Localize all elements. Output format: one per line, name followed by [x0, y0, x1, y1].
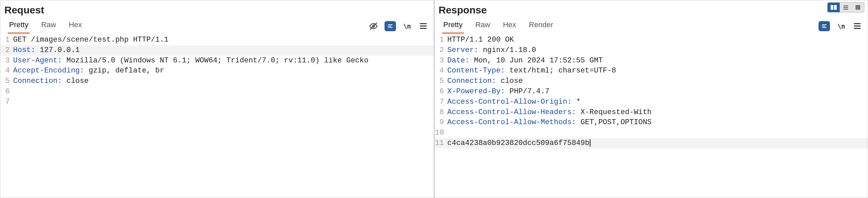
newline-indicator[interactable]: \n — [836, 21, 846, 31]
header-colon: : — [501, 67, 509, 75]
text-caret — [590, 139, 590, 147]
response-tabs: Pretty Raw Hex Render — [438, 18, 555, 34]
response-title: Response — [435, 0, 868, 18]
line-number: 2 — [435, 45, 447, 56]
view-layout-toggle — [827, 2, 864, 12]
header-name: Date — [447, 56, 465, 65]
line-content[interactable]: Accept-Encoding: gzip, deflate, br — [13, 66, 434, 76]
request-toolbar: \n — [368, 21, 430, 31]
header-name: Accept-Encoding — [13, 67, 80, 75]
code-line: 2Server: nginx/1.18.0 — [435, 45, 868, 56]
tab-render[interactable]: Render — [528, 18, 554, 34]
line-number: 3 — [435, 56, 447, 66]
tab-pretty[interactable]: Pretty — [442, 18, 464, 34]
code-line: 2Host: 127.0.0.1 — [0, 45, 434, 56]
response-pane: Response Pretty Raw Hex Render \n 1H — [434, 0, 868, 198]
header-name: Server — [447, 46, 474, 54]
format-icon[interactable] — [384, 21, 396, 31]
visibility-off-icon[interactable] — [368, 21, 378, 31]
header-colon: : — [58, 77, 66, 85]
header-colon: : — [80, 67, 89, 75]
line-number: 1 — [0, 35, 13, 45]
line-number: 3 — [0, 56, 13, 66]
header-name: Host — [13, 46, 31, 54]
header-name: User-Agent — [13, 56, 58, 65]
line-content[interactable]: Access-Control-Allow-Methods: GET,POST,O… — [447, 117, 868, 128]
line-content[interactable]: Server: nginx/1.18.0 — [447, 45, 868, 56]
header-name: Connection — [447, 77, 492, 85]
header-value: close — [501, 77, 523, 85]
request-tabs-row: Pretty Raw Hex \n — [0, 18, 434, 34]
line-content[interactable]: GET /images/scene/test.php HTTP/1.1 — [13, 35, 434, 45]
code-line: 7Access-Control-Allow-Origin: * — [435, 97, 868, 107]
request-pane: Request Pretty Raw Hex — [0, 0, 434, 198]
line-content[interactable]: Access-Control-Allow-Headers: X-Requeste… — [447, 107, 868, 118]
header-colon: : — [465, 56, 474, 65]
header-value: Mon, 10 Jun 2024 17:52:55 GMT — [474, 56, 603, 65]
menu-icon[interactable] — [852, 21, 862, 31]
line-number: 10 — [435, 128, 447, 138]
line-number: 1 — [435, 35, 447, 45]
line-content[interactable]: Host: 127.0.0.1 — [13, 45, 434, 56]
plain-text: c4ca4238a0b923820dcc509a6f75849b — [447, 139, 589, 147]
tab-pretty[interactable]: Pretty — [8, 18, 30, 34]
header-value: PHP/7.4.7 — [509, 87, 549, 96]
response-code-area[interactable]: 1HTTP/1.1 200 OK2Server: nginx/1.18.03Da… — [435, 34, 868, 198]
code-line: 5Connection: close — [435, 76, 868, 87]
line-number: 7 — [435, 97, 447, 107]
line-number: 5 — [0, 76, 13, 87]
line-content[interactable]: Access-Control-Allow-Origin: * — [447, 97, 868, 107]
line-content[interactable]: X-Powered-By: PHP/7.4.7 — [447, 87, 868, 97]
line-number: 4 — [435, 66, 447, 76]
header-name: Access-Control-Allow-Methods — [447, 118, 572, 126]
code-line: 5Connection: close — [0, 76, 434, 87]
view-split-icon[interactable] — [828, 3, 840, 12]
response-toolbar: \n — [818, 21, 864, 31]
line-content[interactable]: HTTP/1.1 200 OK — [447, 35, 868, 45]
header-colon: : — [474, 46, 483, 54]
header-value: text/html; charset=UTF-8 — [509, 67, 616, 75]
tab-raw[interactable]: Raw — [40, 18, 57, 34]
header-colon: : — [571, 108, 580, 116]
view-single-icon[interactable] — [852, 3, 864, 12]
header-colon: : — [31, 46, 40, 54]
line-content[interactable]: Content-Type: text/html; charset=UTF-8 — [447, 66, 868, 76]
header-value: GET,POST,OPTIONS — [581, 118, 652, 126]
header-name: Content-Type — [447, 67, 501, 75]
request-tabs: Pretty Raw Hex — [4, 18, 84, 34]
code-line: 3User-Agent: Mozilla/5.0 (Windows NT 6.1… — [0, 56, 434, 66]
response-tabs-row: Pretty Raw Hex Render \n — [435, 18, 868, 34]
format-icon[interactable] — [818, 21, 830, 31]
code-line: 9Access-Control-Allow-Methods: GET,POST,… — [435, 117, 868, 128]
http-message-editor: Request Pretty Raw Hex — [0, 0, 868, 198]
tab-hex[interactable]: Hex — [67, 18, 83, 34]
line-number: 6 — [435, 87, 447, 97]
line-content[interactable]: c4ca4238a0b923820dcc509a6f75849b — [447, 138, 868, 149]
line-content[interactable]: Connection: close — [13, 76, 434, 87]
line-content[interactable]: Date: Mon, 10 Jun 2024 17:52:55 GMT — [447, 56, 868, 66]
code-line: 8Access-Control-Allow-Headers: X-Request… — [435, 107, 868, 118]
plain-text: GET /images/scene/test.php HTTP/1.1 — [13, 36, 168, 44]
line-number: 9 — [435, 117, 447, 128]
line-content[interactable]: Connection: close — [447, 76, 868, 87]
header-value: nginx/1.18.0 — [483, 46, 536, 54]
tab-hex[interactable]: Hex — [502, 18, 518, 34]
line-number: 6 — [0, 87, 13, 97]
header-name: Access-Control-Allow-Origin — [447, 98, 567, 106]
header-colon: : — [567, 98, 576, 106]
code-line: 11c4ca4238a0b923820dcc509a6f75849b — [435, 138, 868, 149]
header-name: Access-Control-Allow-Headers — [447, 108, 572, 116]
code-line: 1GET /images/scene/test.php HTTP/1.1 — [0, 35, 434, 45]
newline-indicator[interactable]: \n — [402, 21, 412, 31]
code-line: 3Date: Mon, 10 Jun 2024 17:52:55 GMT — [435, 56, 868, 66]
code-line: 6 — [0, 87, 434, 97]
header-value: gzip, deflate, br — [89, 67, 164, 75]
line-number: 8 — [435, 107, 447, 118]
tab-raw[interactable]: Raw — [474, 18, 492, 34]
request-code-area[interactable]: 1GET /images/scene/test.php HTTP/1.12Hos… — [0, 34, 434, 198]
line-content[interactable]: User-Agent: Mozilla/5.0 (Windows NT 6.1;… — [13, 56, 434, 66]
menu-icon[interactable] — [418, 21, 428, 31]
view-stacked-icon[interactable] — [840, 3, 852, 12]
header-colon: : — [492, 77, 501, 85]
header-colon: : — [571, 118, 580, 126]
